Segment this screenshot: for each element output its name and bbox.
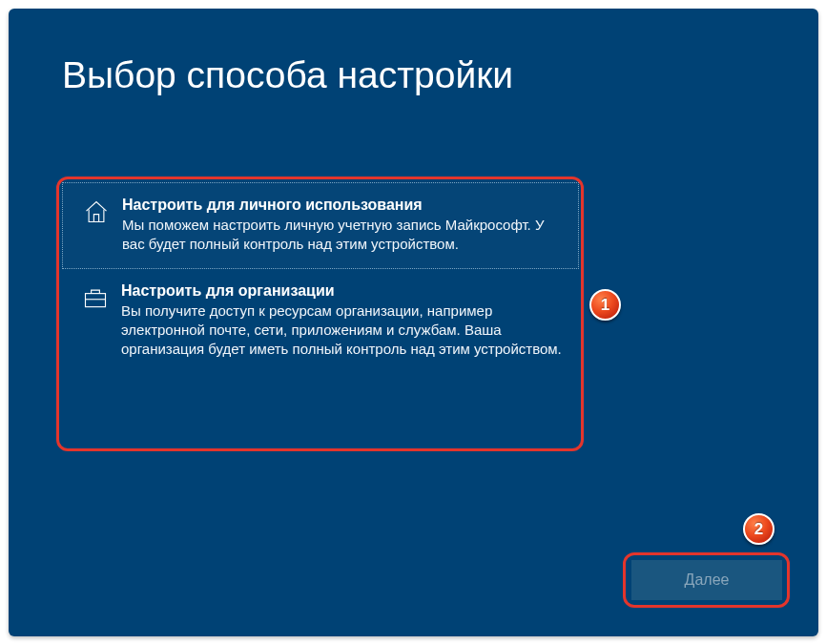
annotation-badge-1: 1 [589, 289, 621, 321]
option-organization-text: Настроить для организации Вы получите до… [115, 282, 562, 360]
option-personal-text: Настроить для личного использования Мы п… [116, 197, 561, 255]
setup-screen: Выбор способа настройки Настроить для ли… [9, 9, 818, 636]
next-button[interactable]: Далее [631, 560, 782, 600]
svg-rect-0 [86, 293, 106, 306]
option-organization-title: Настроить для организации [121, 282, 562, 300]
option-personal-title: Настроить для личного использования [122, 197, 561, 214]
option-personal[interactable]: Настроить для личного использования Мы п… [62, 182, 579, 269]
home-icon [76, 197, 116, 225]
option-personal-desc: Мы поможем настроить личную учетную запи… [122, 216, 561, 255]
briefcase-icon [75, 282, 115, 311]
annotation-badge-2: 2 [743, 513, 774, 545]
setup-options: Настроить для личного использования Мы п… [62, 182, 579, 372]
option-organization-desc: Вы получите доступ к ресурсам организаци… [121, 301, 562, 360]
page-title: Выбор способа настройки [62, 54, 513, 96]
option-organization[interactable]: Настроить для организации Вы получите до… [62, 269, 579, 373]
